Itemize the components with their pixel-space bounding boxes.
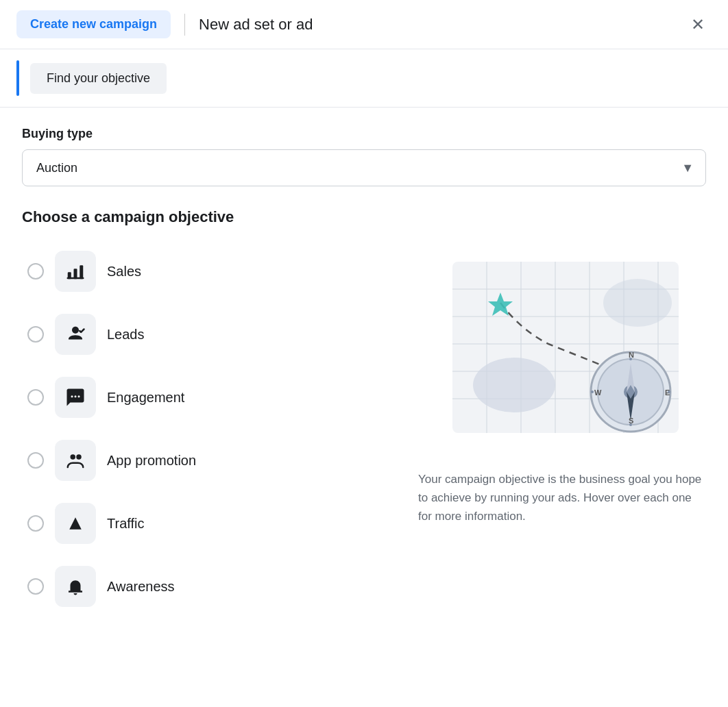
- info-description: Your campaign objective is the business …: [418, 470, 706, 526]
- objectives-list: Sales Leads: [22, 243, 396, 615]
- sales-icon-box: [55, 251, 96, 292]
- modal-content: Buying type Auction Reach and Frequency …: [0, 108, 728, 634]
- compass-illustration: N S E W: [432, 248, 692, 454]
- svg-text:W: W: [594, 388, 602, 397]
- svg-rect-3: [67, 277, 84, 280]
- buying-type-section: Buying type Auction Reach and Frequency …: [22, 127, 706, 186]
- campaign-modal: Create new campaign New ad set or ad ✕ F…: [0, 0, 728, 707]
- choose-objective-title: Choose a campaign objective: [22, 208, 706, 226]
- app-promotion-label: App promotion: [107, 453, 196, 469]
- objective-item-app-promotion[interactable]: App promotion: [22, 432, 396, 489]
- svg-point-33: [629, 358, 632, 360]
- sales-icon: [65, 261, 86, 282]
- buying-type-select-wrapper: Auction Reach and Frequency TRP Buying ▼: [22, 149, 706, 186]
- close-button[interactable]: ✕: [684, 11, 712, 38]
- buying-type-label: Buying type: [22, 127, 706, 141]
- objective-item-traffic[interactable]: Traffic: [22, 495, 396, 552]
- awareness-label: Awareness: [107, 579, 175, 595]
- objective-bar: Find your objective: [0, 49, 728, 108]
- radio-engagement[interactable]: [27, 389, 44, 406]
- svg-point-34: [629, 423, 632, 426]
- engagement-icon: [65, 387, 86, 408]
- svg-point-4: [71, 395, 73, 397]
- svg-text:N: N: [629, 351, 634, 359]
- info-panel: N S E W Your campaign objective is the b…: [418, 243, 706, 615]
- close-icon: ✕: [691, 15, 705, 34]
- header-divider: [184, 14, 185, 36]
- objective-item-sales[interactable]: Sales: [22, 243, 396, 300]
- svg-point-21: [473, 358, 555, 412]
- svg-point-35: [668, 390, 670, 393]
- svg-point-5: [75, 395, 77, 397]
- engagement-icon-box: [55, 377, 96, 418]
- objectives-layout: Sales Leads: [22, 243, 706, 615]
- new-ad-set-label: New ad set or ad: [199, 16, 684, 34]
- app-promotion-icon: [65, 450, 86, 471]
- objective-item-engagement[interactable]: Engagement: [22, 369, 396, 426]
- svg-point-22: [603, 279, 672, 327]
- leads-label: Leads: [107, 327, 145, 343]
- svg-point-7: [71, 454, 76, 460]
- buying-type-select[interactable]: Auction Reach and Frequency TRP Buying: [22, 149, 706, 186]
- radio-awareness[interactable]: [27, 578, 44, 595]
- radio-app-promotion[interactable]: [27, 452, 44, 469]
- leads-icon: [65, 324, 86, 345]
- traffic-icon: [65, 513, 86, 534]
- svg-rect-2: [80, 265, 83, 279]
- svg-point-36: [591, 390, 594, 393]
- blue-accent-bar: [16, 60, 19, 96]
- svg-point-26: [624, 385, 638, 399]
- radio-leads[interactable]: [27, 326, 44, 343]
- traffic-label: Traffic: [107, 516, 144, 532]
- objective-item-awareness[interactable]: Awareness: [22, 558, 396, 615]
- radio-traffic[interactable]: [27, 515, 44, 532]
- sales-label: Sales: [107, 264, 141, 280]
- find-objective-button[interactable]: Find your objective: [30, 63, 167, 94]
- leads-icon-box: [55, 314, 96, 355]
- objective-item-leads[interactable]: Leads: [22, 306, 396, 363]
- modal-header: Create new campaign New ad set or ad ✕: [0, 0, 728, 49]
- svg-point-8: [76, 454, 82, 460]
- awareness-icon: [65, 576, 86, 597]
- awareness-icon-box: [55, 566, 96, 607]
- app-promotion-icon-box: [55, 440, 96, 481]
- svg-point-6: [78, 395, 80, 397]
- radio-sales[interactable]: [27, 263, 44, 280]
- traffic-icon-box: [55, 503, 96, 544]
- engagement-label: Engagement: [107, 390, 184, 406]
- create-campaign-button[interactable]: Create new campaign: [16, 10, 171, 38]
